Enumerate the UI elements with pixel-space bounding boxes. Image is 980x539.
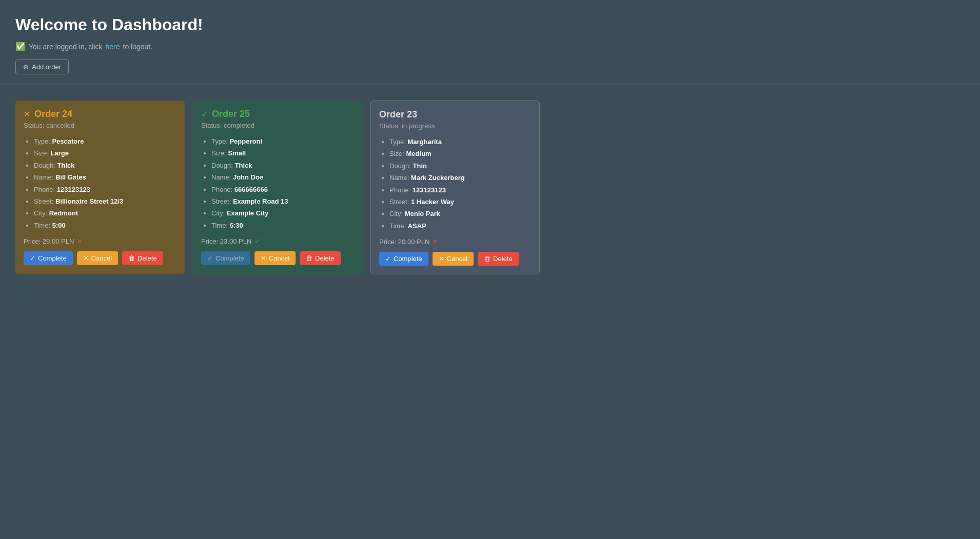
order-24-actions: ✓ Complete ✕ Cancel 🗑 Delete	[24, 251, 177, 265]
cancel-label: Cancel	[91, 254, 112, 262]
order-card-25: ✓ Order 25 Status: completed Type: Peppe…	[193, 101, 362, 274]
order-24-price: Price: 29.00 PLN ✕	[24, 237, 177, 245]
complete-label: Complete	[38, 254, 67, 262]
orders-container: ✕ Order 24 Status: cancelled Type: Pesca…	[0, 95, 980, 290]
order-card-23: Order 23 Status: in progress Type: Margh…	[370, 101, 540, 274]
detail-city: City: Example City	[211, 207, 354, 219]
price-text: Price: 29.00 PLN	[24, 237, 74, 245]
detail-name: Name: John Doe	[211, 171, 354, 183]
trash-icon: 🗑	[484, 255, 491, 263]
detail-time: Time: 5:00	[34, 219, 177, 231]
detail-dough: Dough: Thick	[211, 159, 354, 171]
delete-button-25[interactable]: 🗑 Delete	[300, 251, 341, 265]
detail-street: Street: Billionaire Street 12/3	[34, 195, 177, 207]
price-x-icon: ✕	[433, 238, 438, 246]
order-23-price: Price: 20.00 PLN ✕	[379, 238, 531, 246]
add-order-label: Add order	[32, 63, 61, 71]
order-24-details: Type: Pescatore Size: Large Dough: Thick…	[24, 135, 177, 231]
delete-label: Delete	[315, 254, 335, 262]
delete-label: Delete	[138, 254, 157, 262]
x-icon: ✕	[439, 255, 444, 263]
cancel-label: Cancel	[447, 255, 467, 263]
check-icon: ✓	[207, 254, 213, 262]
detail-size: Size: Small	[211, 147, 354, 159]
cancel-button-24[interactable]: ✕ Cancel	[77, 251, 118, 265]
complete-button-23[interactable]: ✓ Complete	[379, 252, 428, 266]
order-24-title: Order 24	[34, 109, 72, 119]
detail-phone: Phone: 123123123	[389, 184, 531, 196]
order-25-status: Status: completed	[201, 122, 354, 129]
check-circle-icon: ✅	[15, 42, 26, 51]
page-title: Welcome to Dashboard!	[15, 15, 965, 34]
order-23-actions: ✓ Complete ✕ Cancel 🗑 Delete	[379, 252, 531, 266]
price-x-icon: ✕	[77, 237, 83, 245]
detail-time: Time: 6:30	[211, 219, 354, 231]
complete-button-24[interactable]: ✓ Complete	[24, 251, 73, 265]
order-card-24: ✕ Order 24 Status: cancelled Type: Pesca…	[15, 101, 185, 274]
order-24-status: Status: cancelled	[24, 122, 177, 129]
add-order-button[interactable]: ⊕ Add order	[15, 59, 69, 74]
price-text: Price: 20.00 PLN	[379, 238, 429, 246]
x-icon: ✕	[83, 254, 89, 262]
detail-phone: Phone: 123123123	[34, 184, 177, 195]
detail-street: Street: Example Road 13	[211, 195, 354, 207]
login-message-suffix: to logout.	[123, 43, 153, 51]
complete-label: Complete	[215, 254, 244, 262]
cancelled-icon: ✕	[24, 109, 30, 119]
login-message-prefix: You are logged in, click	[29, 43, 102, 51]
detail-type: Type: Pepperoni	[211, 135, 354, 147]
order-23-status: Status: in progress	[379, 122, 531, 130]
price-check-icon: ✓	[254, 237, 260, 245]
cancel-button-23[interactable]: ✕ Cancel	[433, 252, 474, 266]
delete-label: Delete	[493, 255, 513, 263]
order-25-actions: ✓ Complete ✕ Cancel 🗑 Delete	[201, 251, 354, 265]
detail-phone: Phone: 666666666	[211, 184, 354, 195]
trash-icon: 🗑	[128, 254, 135, 262]
delete-button-23[interactable]: 🗑 Delete	[478, 252, 519, 266]
detail-type: Type: Margharita	[389, 136, 531, 148]
order-23-header: Order 23	[379, 109, 531, 120]
complete-label: Complete	[394, 255, 422, 263]
order-23-details: Type: Margharita Size: Medium Dough: Thi…	[379, 136, 531, 232]
order-25-price: Price: 23.00 PLN ✓	[201, 237, 354, 245]
completed-icon: ✓	[201, 109, 208, 119]
complete-button-25[interactable]: ✓ Complete	[201, 251, 250, 265]
detail-time: Time: ASAP	[389, 220, 531, 232]
detail-name: Name: Mark Zuckerberg	[389, 172, 531, 184]
price-text: Price: 23.00 PLN	[201, 237, 251, 245]
header-divider	[0, 85, 980, 85]
check-icon: ✓	[30, 254, 35, 262]
order-25-header: ✓ Order 25	[201, 109, 354, 119]
logout-link[interactable]: here	[105, 43, 120, 51]
detail-street: Street: 1 Hacker Way	[389, 196, 531, 208]
cancel-label: Cancel	[269, 254, 289, 262]
order-24-header: ✕ Order 24	[24, 109, 177, 119]
page-header: Welcome to Dashboard! ✅ You are logged i…	[0, 0, 980, 85]
x-icon: ✕	[261, 254, 266, 262]
detail-city: City: Redmont	[34, 207, 177, 219]
detail-size: Size: Large	[34, 147, 177, 159]
detail-dough: Dough: Thick	[34, 159, 177, 171]
order-25-title: Order 25	[212, 109, 250, 119]
login-info: ✅ You are logged in, click here to logou…	[15, 42, 965, 51]
trash-icon: 🗑	[306, 254, 312, 262]
order-25-details: Type: Pepperoni Size: Small Dough: Thick…	[201, 135, 354, 231]
delete-button-24[interactable]: 🗑 Delete	[122, 251, 163, 265]
plus-icon: ⊕	[23, 63, 29, 71]
detail-city: City: Menlo Park	[389, 208, 531, 219]
detail-dough: Dough: Thin	[389, 160, 531, 172]
detail-name: Name: Bill Gates	[34, 171, 177, 183]
check-icon: ✓	[385, 255, 391, 263]
cancel-button-25[interactable]: ✕ Cancel	[254, 251, 296, 265]
order-23-title: Order 23	[379, 109, 417, 120]
detail-type: Type: Pescatore	[34, 135, 177, 147]
detail-size: Size: Medium	[389, 148, 531, 159]
